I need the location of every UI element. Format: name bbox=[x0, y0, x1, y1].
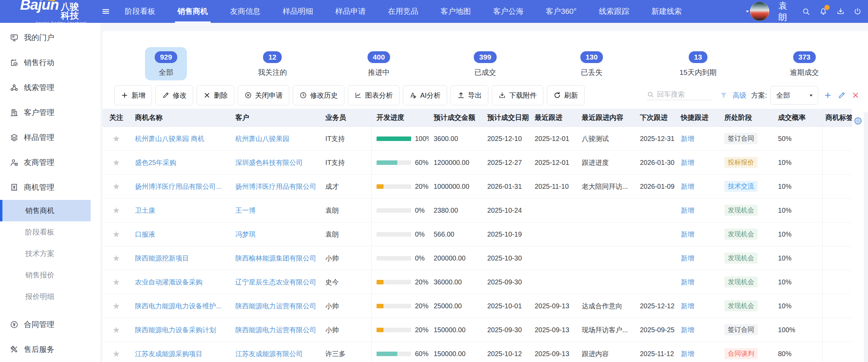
customer-link[interactable]: 扬州博洋医疗用品有限公司 bbox=[235, 182, 316, 191]
删除-button[interactable]: 删除 bbox=[197, 85, 234, 105]
nav-item-友商信息[interactable]: 友商信息 bbox=[229, 0, 261, 23]
customer-link[interactable]: 冯梦琪 bbox=[235, 230, 256, 239]
nav-item-在用竞品[interactable]: 在用竞品 bbox=[387, 0, 419, 23]
nav-item-线索跟踪[interactable]: 线索跟踪 bbox=[598, 0, 630, 23]
opportunity-name-link[interactable]: 农业自动灌溉设备采购 bbox=[135, 277, 202, 287]
sidebar-item-售后服务[interactable]: 售后服务 bbox=[0, 337, 100, 362]
opportunity-name-link[interactable]: 江苏友成能源采购项目 bbox=[135, 349, 202, 359]
stat-chip-我关注的[interactable]: 12我关注的 bbox=[248, 47, 297, 80]
star-icon[interactable]: ★ bbox=[112, 158, 120, 168]
下载附件-button[interactable]: 下载附件 bbox=[492, 85, 543, 105]
sidebar-subitem-销售商机[interactable]: 销售商机 bbox=[0, 200, 91, 221]
nav-item-阶段看板[interactable]: 阶段看板 bbox=[124, 0, 156, 23]
opportunity-name-link[interactable]: 陕西能源挖新项目 bbox=[135, 254, 189, 263]
user-name[interactable]: 袁朗 bbox=[778, 0, 793, 23]
sidebar-item-销售行动[interactable]: 销售行动 bbox=[0, 50, 100, 75]
新增-button[interactable]: 新增 bbox=[114, 85, 152, 105]
star-icon[interactable]: ★ bbox=[112, 253, 120, 263]
sidebar-item-线索管理[interactable]: 线索管理 bbox=[0, 75, 100, 100]
导出-button[interactable]: 导出 bbox=[451, 85, 488, 105]
图表分析-button[interactable]: 图表分析 bbox=[348, 85, 399, 105]
quick-add-link[interactable]: 新增 bbox=[681, 349, 694, 359]
nav-more-caret-icon[interactable] bbox=[745, 8, 750, 15]
nav-item-样品申请[interactable]: 样品申请 bbox=[335, 0, 367, 23]
filter-funnel-icon[interactable] bbox=[720, 91, 727, 99]
sidebar-item-商机管理[interactable]: 商机管理 bbox=[0, 175, 100, 200]
customer-link[interactable]: 陕西能源电力运营有限公司 bbox=[235, 301, 316, 311]
quick-add-link[interactable]: 新增 bbox=[681, 325, 694, 335]
sidebar-item-样品管理[interactable]: 样品管理 bbox=[0, 125, 100, 150]
nav-item-客户公海[interactable]: 客户公海 bbox=[492, 0, 524, 23]
add-scheme-icon[interactable] bbox=[824, 91, 832, 99]
star-icon[interactable]: ★ bbox=[112, 205, 120, 215]
customer-link[interactable]: 陕西能源电力运营有限公司 bbox=[235, 325, 316, 335]
sidebar-item-友商管理[interactable]: 友商管理 bbox=[0, 150, 100, 175]
quick-add-link[interactable]: 新增 bbox=[681, 158, 694, 167]
sidebar-subitem-技术方案[interactable]: 技术方案 bbox=[0, 243, 91, 264]
stat-chip-推进中[interactable]: 400推进中 bbox=[358, 47, 400, 80]
customer-link[interactable]: 深圳盛色科技有限公司 bbox=[235, 158, 303, 167]
stat-chip-全部[interactable]: 929全部 bbox=[145, 47, 187, 80]
menu-toggle-icon[interactable] bbox=[101, 6, 110, 17]
sidebar-item-我的门户[interactable]: 我的门户 bbox=[0, 25, 100, 50]
customer-link[interactable]: 杭州萧山八骏果园 bbox=[235, 134, 289, 143]
quick-add-link[interactable]: 新增 bbox=[681, 206, 694, 215]
edit-scheme-icon[interactable] bbox=[838, 91, 846, 99]
customer-link[interactable]: 辽宁星辰生态农业有限公司 bbox=[235, 277, 316, 287]
stat-chip-已成交[interactable]: 399已成交 bbox=[464, 47, 506, 80]
opportunity-name-link[interactable]: 扬州博洋医疗用品有限公司... bbox=[135, 182, 221, 191]
star-icon[interactable]: ★ bbox=[112, 301, 120, 311]
ai分析-button[interactable]: AI分析 bbox=[403, 85, 447, 105]
sidebar-subitem-销售报价[interactable]: 销售报价 bbox=[0, 264, 91, 286]
opportunity-name-link[interactable]: 口服液 bbox=[135, 230, 155, 239]
avatar[interactable] bbox=[750, 2, 769, 21]
nav-item-销售商机[interactable]: 销售商机 bbox=[177, 0, 209, 23]
star-icon[interactable]: ★ bbox=[112, 325, 120, 335]
search-input[interactable] bbox=[657, 90, 712, 98]
advanced-search-link[interactable]: 高级 bbox=[732, 91, 746, 100]
stat-chip-15天内到期[interactable]: 1315天内到期 bbox=[670, 47, 726, 80]
刷新-button[interactable]: 刷新 bbox=[547, 85, 585, 105]
quick-add-link[interactable]: 新增 bbox=[681, 182, 694, 191]
sidebar-subitem-报价明细[interactable]: 报价明细 bbox=[0, 286, 91, 307]
notifications-bell-icon[interactable] bbox=[819, 7, 828, 16]
column-settings-gear-icon[interactable] bbox=[853, 116, 863, 126]
quick-add-link[interactable]: 新增 bbox=[681, 254, 694, 263]
stat-chip-已丢失[interactable]: 130已丢失 bbox=[571, 47, 613, 80]
customer-link[interactable]: 王一博 bbox=[235, 206, 256, 215]
delete-scheme-icon[interactable] bbox=[851, 91, 860, 99]
search-icon[interactable] bbox=[802, 7, 810, 16]
修改历史-button[interactable]: 修改历史 bbox=[293, 85, 344, 105]
nav-item-客户地图[interactable]: 客户地图 bbox=[440, 0, 472, 23]
scheme-select[interactable]: 全部 bbox=[770, 86, 818, 105]
star-icon[interactable]: ★ bbox=[112, 277, 120, 287]
customer-link[interactable]: 陕西榆林能源集团有限公司 bbox=[235, 254, 316, 263]
customer-link[interactable]: 江苏友成能源有限公司 bbox=[235, 349, 303, 359]
download-center-icon[interactable] bbox=[837, 7, 845, 16]
quick-add-link[interactable]: 新增 bbox=[681, 134, 694, 143]
quick-add-link[interactable]: 新增 bbox=[681, 230, 694, 239]
stat-chip-逾期成交[interactable]: 373逾期成交 bbox=[780, 47, 829, 80]
sidebar-subitem-阶段看板[interactable]: 阶段看板 bbox=[0, 221, 91, 243]
关闭申请-button[interactable]: 关闭申请 bbox=[238, 85, 289, 105]
opportunity-name-link[interactable]: 陕西能源电力设备采购计划 bbox=[135, 325, 216, 335]
nav-item-客户360°[interactable]: 客户360° bbox=[545, 0, 578, 23]
quick-add-link[interactable]: 新增 bbox=[681, 277, 694, 287]
star-icon[interactable]: ★ bbox=[112, 229, 120, 239]
opportunity-name-link[interactable]: 杭州萧山八骏果园 商机 bbox=[135, 134, 204, 143]
customers-icon bbox=[10, 108, 19, 117]
sidebar-item-客户管理[interactable]: 客户管理 bbox=[0, 100, 100, 125]
nav-item-新建线索[interactable]: 新建线索 bbox=[651, 0, 682, 23]
sidebar-item-合同管理[interactable]: 合同管理 bbox=[0, 312, 100, 337]
power-logout-icon[interactable] bbox=[853, 7, 862, 16]
修改-button[interactable]: 修改 bbox=[155, 85, 193, 105]
opportunity-name-link[interactable]: 陕西电力能源电力设备维护... bbox=[135, 301, 221, 311]
opportunity-name-link[interactable]: 盛色25年采购 bbox=[135, 158, 176, 167]
opportunity-name-link[interactable]: 卫土康 bbox=[135, 206, 155, 215]
nav-item-样品明细[interactable]: 样品明细 bbox=[282, 0, 314, 23]
star-icon[interactable]: ★ bbox=[112, 134, 120, 144]
quick-add-link[interactable]: 新增 bbox=[681, 301, 694, 311]
vertical-scrollbar[interactable] bbox=[864, 112, 868, 362]
star-icon[interactable]: ★ bbox=[112, 349, 120, 359]
star-icon[interactable]: ★ bbox=[112, 182, 120, 192]
